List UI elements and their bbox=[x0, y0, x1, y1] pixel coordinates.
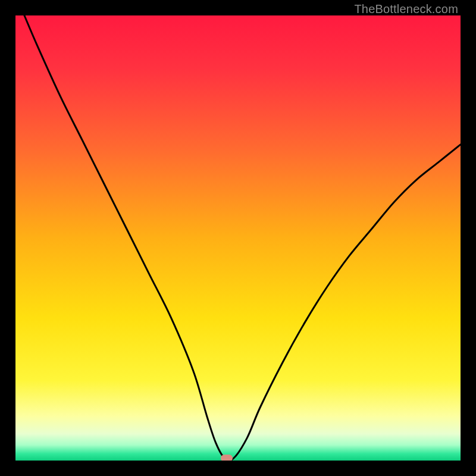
watermark-text: TheBottleneck.com bbox=[354, 2, 458, 16]
chart-plot-area bbox=[15, 15, 461, 461]
bottleneck-curve bbox=[24, 15, 461, 461]
curve-layer bbox=[15, 15, 461, 461]
minimum-marker bbox=[221, 455, 233, 461]
